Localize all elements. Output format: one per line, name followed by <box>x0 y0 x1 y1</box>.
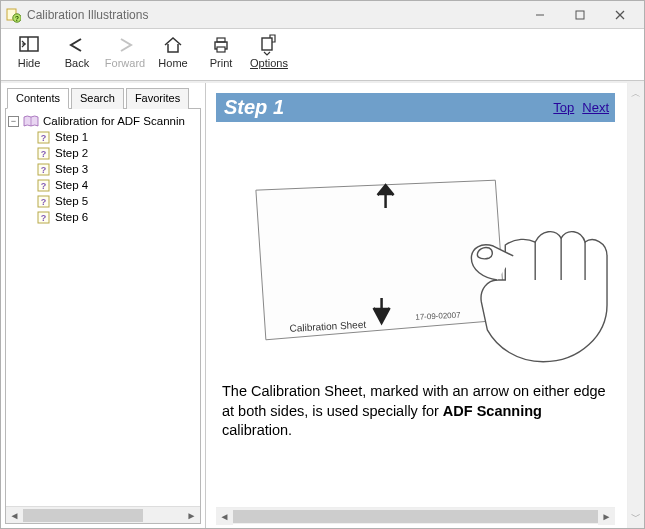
main-area: Contents Search Favorites − Calibration … <box>1 81 644 528</box>
tree-root-row[interactable]: − Calibration for ADF Scannin <box>8 113 198 129</box>
help-page-icon: ? <box>36 178 52 192</box>
illustration: Calibration Sheet 17-09-02007 <box>216 130 615 380</box>
toolbar: Hide Back Forward Home Print Options <box>1 29 644 81</box>
back-icon <box>65 33 89 57</box>
desc-text: calibration. <box>222 422 292 438</box>
toolbar-label: Hide <box>18 57 41 69</box>
content-vscrollbar[interactable]: ︿ ﹀ <box>627 83 644 528</box>
scroll-thumb[interactable] <box>23 509 143 522</box>
help-page-icon: ? <box>36 162 52 176</box>
help-page-icon: ? <box>36 146 52 160</box>
nav-tabs: Contents Search Favorites <box>5 87 201 108</box>
svg-rect-12 <box>262 38 272 50</box>
home-button[interactable]: Home <box>149 31 197 69</box>
svg-text:?: ? <box>41 197 47 207</box>
tree-scrollbar[interactable]: ◄ ► <box>6 506 200 523</box>
tree-item[interactable]: ? Step 2 <box>36 145 198 161</box>
options-icon <box>257 33 281 57</box>
tree-item[interactable]: ? Step 6 <box>36 209 198 225</box>
maximize-button[interactable] <box>560 4 600 26</box>
toolbar-label: Print <box>210 57 233 69</box>
book-icon <box>23 114 39 128</box>
svg-text:?: ? <box>15 15 19 22</box>
print-button[interactable]: Print <box>197 31 245 69</box>
tab-search[interactable]: Search <box>71 88 124 109</box>
scroll-track[interactable] <box>23 507 183 524</box>
collapse-icon[interactable]: − <box>8 116 19 127</box>
close-button[interactable] <box>600 4 640 26</box>
scroll-track[interactable] <box>233 508 598 525</box>
nav-links: Top Next <box>553 100 609 115</box>
scroll-right-icon[interactable]: ► <box>598 508 615 525</box>
scroll-left-icon[interactable]: ◄ <box>216 508 233 525</box>
options-button[interactable]: Options <box>245 31 293 69</box>
svg-rect-4 <box>576 11 584 19</box>
titlebar: ? Calibration Illustrations <box>1 1 644 29</box>
tree-item[interactable]: ? Step 5 <box>36 193 198 209</box>
tree-item-label: Step 2 <box>55 147 88 159</box>
tree-item-label: Step 1 <box>55 131 88 143</box>
tree-item[interactable]: ? Step 4 <box>36 177 198 193</box>
help-page-icon: ? <box>36 194 52 208</box>
scroll-up-icon[interactable]: ︿ <box>631 87 641 101</box>
svg-rect-10 <box>217 38 225 42</box>
toolbar-label: Back <box>65 57 89 69</box>
contents-tree-container: − Calibration for ADF Scannin ? Step 1 ?… <box>5 108 201 524</box>
forward-button: Forward <box>101 31 149 69</box>
next-link[interactable]: Next <box>582 100 609 115</box>
print-icon <box>209 33 233 57</box>
tree-item[interactable]: ? Step 3 <box>36 161 198 177</box>
window-controls <box>520 4 640 26</box>
tree-item-label: Step 3 <box>55 163 88 175</box>
scroll-thumb[interactable] <box>233 510 598 523</box>
tree-item-label: Step 6 <box>55 211 88 223</box>
svg-text:?: ? <box>41 181 47 191</box>
toolbar-label: Options <box>250 57 288 69</box>
forward-icon <box>113 33 137 57</box>
help-page-icon: ? <box>36 130 52 144</box>
svg-text:?: ? <box>41 149 47 159</box>
page-title: Step 1 <box>224 96 553 119</box>
tree-item[interactable]: ? Step 1 <box>36 129 198 145</box>
tab-favorites[interactable]: Favorites <box>126 88 189 109</box>
scroll-right-icon[interactable]: ► <box>183 507 200 524</box>
tab-contents[interactable]: Contents <box>7 88 69 109</box>
svg-text:?: ? <box>41 133 47 143</box>
app-icon: ? <box>5 7 21 23</box>
navigation-panel: Contents Search Favorites − Calibration … <box>1 83 206 528</box>
tree-root-label: Calibration for ADF Scannin <box>43 115 185 127</box>
top-link[interactable]: Top <box>553 100 574 115</box>
contents-tree: − Calibration for ADF Scannin ? Step 1 ?… <box>6 109 200 506</box>
desc-text: The Calibration Sheet, marked with an ar… <box>222 383 606 419</box>
content-heading-bar: Step 1 Top Next <box>216 93 615 122</box>
home-icon <box>161 33 185 57</box>
content-panel: Step 1 Top Next Calibration S <box>206 83 644 528</box>
toolbar-label: Forward <box>105 57 145 69</box>
desc-bold: ADF Scanning <box>443 403 542 419</box>
minimize-button[interactable] <box>520 4 560 26</box>
hide-icon <box>17 33 41 57</box>
content-body: Step 1 Top Next Calibration S <box>206 83 627 528</box>
description: The Calibration Sheet, marked with an ar… <box>216 380 615 443</box>
content-hscrollbar[interactable]: ◄ ► <box>216 507 615 524</box>
help-page-icon: ? <box>36 210 52 224</box>
tree-item-label: Step 5 <box>55 195 88 207</box>
svg-text:?: ? <box>41 213 47 223</box>
svg-text:?: ? <box>41 165 47 175</box>
back-button[interactable]: Back <box>53 31 101 69</box>
toolbar-label: Home <box>158 57 187 69</box>
tree-item-label: Step 4 <box>55 179 88 191</box>
hide-button[interactable]: Hide <box>5 31 53 69</box>
scroll-down-icon[interactable]: ﹀ <box>631 510 641 524</box>
window-title: Calibration Illustrations <box>27 8 520 22</box>
scroll-left-icon[interactable]: ◄ <box>6 507 23 524</box>
svg-rect-11 <box>217 47 225 52</box>
